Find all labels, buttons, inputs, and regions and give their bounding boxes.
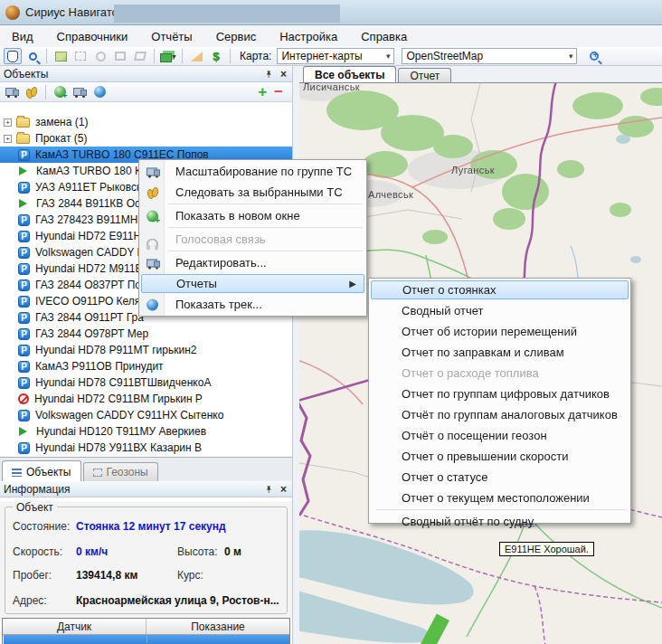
zoom-to-vehicle-button[interactable] xyxy=(3,84,21,100)
column-sensor[interactable]: Датчик xyxy=(3,619,147,634)
layers-button[interactable]: ▾ xyxy=(159,48,177,64)
moving-icon xyxy=(19,199,27,208)
sensor-row-selected[interactable] xyxy=(3,635,289,644)
menu-item-label: Следовать за выбранными ТС xyxy=(175,185,343,199)
menu-item-reports[interactable]: Отчеты ▶ xyxy=(141,274,364,293)
hand-icon xyxy=(7,51,18,62)
vehicle-button[interactable] xyxy=(71,84,89,100)
menu-help[interactable]: Справка xyxy=(349,27,419,46)
menu-item-label: Отчет о расходе топлива xyxy=(402,366,539,380)
tree-folder-label: Прокат (5) xyxy=(35,132,87,145)
tree-item[interactable]: PКамАЗ Р911ОВ Принудит xyxy=(0,358,292,374)
close-icon[interactable]: × xyxy=(280,483,287,496)
tab-all-objects[interactable]: Все объекты xyxy=(303,66,396,82)
tree-item[interactable]: Hyundai HD120 Т911МУ Аверкиев xyxy=(0,423,292,440)
menu-settings[interactable]: Настройка xyxy=(268,27,349,46)
pin-icon[interactable]: 🖈 xyxy=(264,484,274,495)
folder-icon xyxy=(16,134,30,144)
menu-item-label: Отчёт о посещении геозон xyxy=(402,429,547,442)
menu-directories[interactable]: Справочники xyxy=(45,27,140,46)
tab-report[interactable]: Отчет xyxy=(398,68,451,82)
submenu-item-summary-report[interactable]: Сводный отчет xyxy=(371,301,629,320)
remove-object-button[interactable]: − xyxy=(274,83,283,101)
submenu-item-status[interactable]: Отчет о статусе xyxy=(371,468,629,487)
map-label-city: Лисичанськ xyxy=(303,82,360,92)
parked-icon: P xyxy=(18,149,30,161)
tree-item[interactable]: PГАЗ 2844 О978РТ Мер xyxy=(0,326,292,342)
expander-icon[interactable]: + xyxy=(4,118,12,127)
zoom-tool-button[interactable] xyxy=(24,48,42,64)
submenu-item-movement-history[interactable]: Отчет об истории перемещений xyxy=(371,322,629,341)
submenu-item-vessel-summary[interactable]: Сводный отчёт по судну xyxy=(371,512,629,531)
zoom-in-map-button[interactable] xyxy=(585,48,603,64)
circle-icon xyxy=(96,52,106,62)
globe-button[interactable] xyxy=(90,84,109,100)
altitude-value: 0 м xyxy=(224,545,241,558)
select-area-button[interactable] xyxy=(71,48,90,64)
follow-vehicle-button[interactable] xyxy=(23,84,41,100)
toolbar-separator xyxy=(45,85,46,99)
submenu-item-refuel-drain[interactable]: Отчет по заправкам и сливам xyxy=(371,343,629,362)
folder-icon xyxy=(16,118,30,128)
menu-item-show-track[interactable]: Показать трек... xyxy=(141,295,364,314)
submenu-item-parking-report[interactable]: Отчет о стоянках xyxy=(371,280,629,299)
tree-folder-label: замена (1) xyxy=(35,116,88,128)
pan-tool-button[interactable] xyxy=(4,48,22,64)
submenu-item-fuel-consumption[interactable]: Отчет о расходе топлива xyxy=(371,364,629,383)
submenu-item-digital-sensors[interactable]: Отчет по группам цифровых датчиков xyxy=(371,384,629,403)
tree-item[interactable]: Hyundai HD72 С911ВМ Гирькин Р xyxy=(0,391,292,407)
tree-item[interactable]: PHyundai HD78 Р911МТ гирькин2 xyxy=(0,342,292,358)
close-icon[interactable]: × xyxy=(280,68,287,80)
menu-service[interactable]: Сервис xyxy=(204,27,269,46)
tab-geozones[interactable]: Геозоны xyxy=(83,462,158,481)
menu-item-voice-link[interactable]: Голосовая связь xyxy=(141,230,364,249)
add-object-button[interactable]: + xyxy=(258,83,267,101)
menu-item-follow-selected[interactable]: Следовать за выбранными ТС xyxy=(141,183,364,202)
show-on-globe-button[interactable]: + xyxy=(51,84,69,100)
map-provider-combobox[interactable]: OpenStreetMap ▾ xyxy=(402,48,577,64)
menu-item-edit[interactable]: Редактировать... xyxy=(141,253,364,272)
draw-rect-button[interactable] xyxy=(111,48,129,64)
menu-view[interactable]: Вид xyxy=(0,27,45,46)
tree-item[interactable]: PHyundai HD78 С911ВТШвидченкоА xyxy=(0,374,292,391)
tree-item-label: ГАЗ 2844 О978РТ Мер xyxy=(35,327,148,340)
menu-item-label: Отчет по группам цифровых датчиков xyxy=(402,387,610,401)
menu-item-label: Отчёт по группам аналоговых датчиков xyxy=(402,408,618,421)
parked-icon: P xyxy=(18,214,30,226)
menu-item-label: Отчет о стоянках xyxy=(402,283,496,297)
submenu-item-speeding[interactable]: Отчет о превышении скорости xyxy=(371,447,629,466)
expander-icon[interactable]: + xyxy=(4,135,12,143)
tab-objects[interactable]: Объекты xyxy=(2,460,81,482)
menu-item-show-in-new-window[interactable]: + Показать в новом окне xyxy=(141,206,364,225)
truck-icon xyxy=(73,87,87,97)
tree-folder[interactable]: +замена (1) xyxy=(0,114,292,130)
submenu-item-analog-sensors[interactable]: Отчёт по группам аналоговых датчиков xyxy=(371,405,629,424)
tree-item-label: Hyundai HD78 Р911МТ гирькин2 xyxy=(35,344,196,356)
tree-item-label: КамАЗ Р911ОВ Принудит xyxy=(35,360,164,373)
altitude-label: Высота: xyxy=(177,545,218,558)
pin-icon[interactable]: 🖈 xyxy=(264,69,274,80)
menu-item-label: Редактировать... xyxy=(175,256,267,270)
draw-circle-button[interactable] xyxy=(91,48,109,64)
tree-item[interactable]: PVolkswagen CADDY С911НХ Сытенко xyxy=(0,407,292,423)
title-redacted-area xyxy=(114,5,340,23)
tree-folder[interactable]: +Прокат (5) xyxy=(0,130,292,147)
map-edit-button[interactable] xyxy=(52,48,70,64)
tree-item[interactable]: PHyundai HD78 У911ВХ Казарин В xyxy=(0,440,292,456)
measure-button[interactable] xyxy=(187,48,205,64)
map-source-combobox[interactable]: Интернет-карты ▾ xyxy=(277,48,394,64)
globe-add-icon: + xyxy=(54,86,66,98)
app-logo-icon xyxy=(5,5,20,20)
column-value[interactable]: Показание xyxy=(147,619,289,634)
map-source-value: Интернет-карты xyxy=(281,50,362,62)
submenu-item-geozone-visits[interactable]: Отчёт о посещении геозон xyxy=(371,426,629,445)
tree-item-label: ГАЗ 2844 В911КВ Ос xyxy=(36,197,140,210)
menu-item-zoom-to-group[interactable]: Масштабирование по группе ТС xyxy=(141,162,364,181)
draw-polygon-button[interactable] xyxy=(131,48,149,64)
submenu-item-current-location[interactable]: Отчет о текущем местоположении xyxy=(371,488,629,507)
mileage-value: 139414,8 км xyxy=(76,569,137,582)
menu-reports[interactable]: Отчёты xyxy=(139,27,203,46)
parked-icon: P xyxy=(18,182,30,194)
moving-icon xyxy=(19,427,27,436)
money-button[interactable]: $ xyxy=(207,48,225,64)
